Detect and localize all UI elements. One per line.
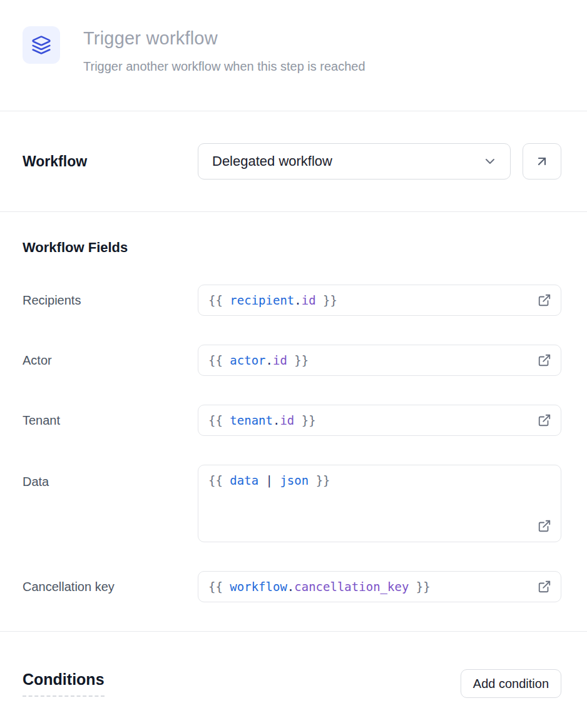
open-editor-button[interactable] — [536, 412, 553, 428]
header-titles: Trigger workflow Trigger another workflo… — [83, 26, 365, 74]
arrow-up-right-icon — [534, 154, 549, 169]
trigger-workflow-panel: Trigger workflow Trigger another workflo… — [0, 0, 587, 698]
external-link-icon — [538, 413, 551, 427]
workflow-fields-section: Workflow Fields Recipients {{ recipient.… — [0, 212, 587, 602]
field-row-actor: Actor {{ actor.id }} — [23, 345, 561, 376]
field-row-recipients: Recipients {{ recipient.id }} — [23, 285, 561, 316]
field-row-data: Data {{ data | json }} — [23, 465, 561, 542]
chevron-down-icon — [482, 154, 498, 169]
field-label: Actor — [23, 353, 198, 368]
page-subtitle: Trigger another workflow when this step … — [83, 59, 365, 74]
field-label: Data — [23, 475, 198, 489]
field-label: Recipients — [23, 293, 198, 308]
external-link-icon — [538, 519, 551, 533]
open-workflow-button[interactable] — [523, 143, 561, 179]
workflow-select[interactable]: Delegated workflow — [198, 143, 511, 179]
field-label: Cancellation key — [23, 580, 198, 594]
layers-icon-tile — [23, 26, 60, 64]
external-link-icon — [538, 353, 551, 367]
workflow-select-value: Delegated workflow — [212, 153, 332, 169]
open-editor-button[interactable] — [536, 352, 553, 368]
open-editor-button[interactable] — [536, 579, 553, 595]
field-row-tenant: Tenant {{ tenant.id }} — [23, 405, 561, 436]
open-editor-button[interactable] — [536, 292, 553, 308]
liquid-code: {{ tenant.id }} — [208, 413, 316, 428]
page-title: Trigger workflow — [83, 28, 365, 49]
external-link-icon — [538, 580, 551, 594]
recipients-input[interactable]: {{ recipient.id }} — [198, 285, 561, 316]
panel-header: Trigger workflow Trigger another workflo… — [0, 0, 587, 111]
layers-icon — [31, 35, 51, 55]
liquid-code: {{ actor.id }} — [208, 353, 309, 368]
external-link-icon — [538, 293, 551, 307]
liquid-code: {{ data | json }} — [208, 473, 330, 488]
workflow-fields-title: Workflow Fields — [23, 240, 561, 256]
open-editor-button[interactable] — [536, 518, 553, 534]
cancellation-key-input[interactable]: {{ workflow.cancellation_key }} — [198, 571, 561, 602]
data-input[interactable]: {{ data | json }} — [198, 465, 561, 542]
workflow-select-row: Workflow Delegated workflow — [0, 111, 587, 211]
liquid-code: {{ workflow.cancellation_key }} — [208, 580, 431, 594]
conditions-section: Conditions Add condition — [0, 632, 587, 698]
actor-input[interactable]: {{ actor.id }} — [198, 345, 561, 376]
conditions-title[interactable]: Conditions — [23, 670, 105, 697]
field-row-cancellation-key: Cancellation key {{ workflow.cancellatio… — [23, 571, 561, 602]
tenant-input[interactable]: {{ tenant.id }} — [198, 405, 561, 436]
field-label: Tenant — [23, 413, 198, 428]
workflow-label: Workflow — [23, 153, 198, 170]
add-condition-button[interactable]: Add condition — [461, 669, 561, 698]
liquid-code: {{ recipient.id }} — [208, 293, 337, 308]
